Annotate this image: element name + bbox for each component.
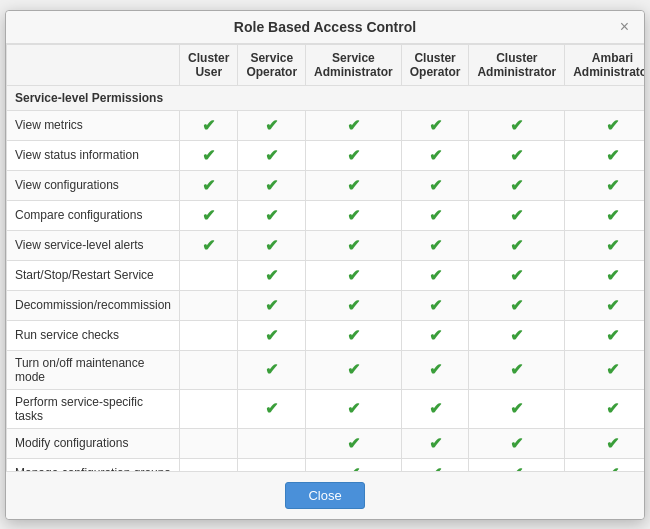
permission-cell-cluster_user: [180, 260, 238, 290]
permission-cell-cluster_operator: ✔: [401, 260, 469, 290]
checkmark-icon: ✔: [347, 435, 360, 452]
permission-label: Modify configurations: [7, 428, 180, 458]
permission-cell-cluster_user: ✔: [180, 170, 238, 200]
permission-cell-service_administrator: ✔: [306, 260, 402, 290]
permission-cell-service_operator: ✔: [238, 260, 306, 290]
modal-body: Cluster User Service Operator Service Ad…: [6, 44, 644, 471]
checkmark-icon: ✔: [606, 237, 619, 254]
permission-cell-service_operator: ✔: [238, 110, 306, 140]
permission-cell-service_administrator: ✔: [306, 290, 402, 320]
checkmark-icon: ✔: [510, 327, 523, 344]
section-header-row: Service-level Permissions: [7, 85, 645, 110]
checkmark-icon: ✔: [347, 361, 360, 378]
permission-cell-cluster_operator: ✔: [401, 458, 469, 471]
checkmark-icon: ✔: [510, 400, 523, 417]
permission-label: Compare configurations: [7, 200, 180, 230]
checkmark-icon: ✔: [265, 207, 278, 224]
table-row: Run service checks✔✔✔✔✔: [7, 320, 645, 350]
col-header-cluster-operator: Cluster Operator: [401, 44, 469, 85]
permission-label: Perform service-specific tasks: [7, 389, 180, 428]
permission-cell-ambari_administrator: ✔: [565, 140, 644, 170]
permission-label: Run service checks: [7, 320, 180, 350]
table-row: Compare configurations✔✔✔✔✔✔: [7, 200, 645, 230]
checkmark-icon: ✔: [265, 267, 278, 284]
permission-cell-ambari_administrator: ✔: [565, 458, 644, 471]
checkmark-icon: ✔: [347, 267, 360, 284]
checkmark-icon: ✔: [510, 117, 523, 134]
modal-header: Role Based Access Control ×: [6, 11, 644, 44]
permission-cell-cluster_administrator: ✔: [469, 458, 565, 471]
checkmark-icon: ✔: [347, 297, 360, 314]
permission-cell-cluster_operator: ✔: [401, 350, 469, 389]
checkmark-icon: ✔: [606, 435, 619, 452]
checkmark-icon: ✔: [429, 435, 442, 452]
checkmark-icon: ✔: [510, 465, 523, 471]
checkmark-icon: ✔: [606, 267, 619, 284]
checkmark-icon: ✔: [510, 297, 523, 314]
checkmark-icon: ✔: [606, 147, 619, 164]
permission-cell-service_administrator: ✔: [306, 170, 402, 200]
permission-cell-ambari_administrator: ✔: [565, 110, 644, 140]
col-header-cluster-user: Cluster User: [180, 44, 238, 85]
table-row: Decommission/recommission✔✔✔✔✔: [7, 290, 645, 320]
close-button[interactable]: Close: [285, 482, 364, 509]
permission-cell-cluster_administrator: ✔: [469, 140, 565, 170]
permission-cell-cluster_operator: ✔: [401, 230, 469, 260]
table-row: View configurations✔✔✔✔✔✔: [7, 170, 645, 200]
checkmark-icon: ✔: [265, 297, 278, 314]
checkmark-icon: ✔: [265, 177, 278, 194]
permission-cell-service_operator: ✔: [238, 200, 306, 230]
permission-cell-service_operator: [238, 458, 306, 471]
checkmark-icon: ✔: [606, 117, 619, 134]
checkmark-icon: ✔: [202, 237, 215, 254]
checkmark-icon: ✔: [606, 297, 619, 314]
permission-cell-cluster_user: ✔: [180, 200, 238, 230]
checkmark-icon: ✔: [606, 207, 619, 224]
permission-cell-cluster_user: ✔: [180, 140, 238, 170]
permission-cell-ambari_administrator: ✔: [565, 389, 644, 428]
checkmark-icon: ✔: [429, 147, 442, 164]
permission-cell-cluster_operator: ✔: [401, 110, 469, 140]
checkmark-icon: ✔: [429, 267, 442, 284]
table-row: Perform service-specific tasks✔✔✔✔✔: [7, 389, 645, 428]
permission-cell-service_administrator: ✔: [306, 110, 402, 140]
permission-cell-cluster_operator: ✔: [401, 290, 469, 320]
checkmark-icon: ✔: [510, 361, 523, 378]
checkmark-icon: ✔: [606, 361, 619, 378]
permission-cell-cluster_user: [180, 350, 238, 389]
permission-cell-service_administrator: ✔: [306, 230, 402, 260]
checkmark-icon: ✔: [265, 117, 278, 134]
permission-cell-cluster_administrator: ✔: [469, 110, 565, 140]
checkmark-icon: ✔: [510, 435, 523, 452]
permission-cell-ambari_administrator: ✔: [565, 290, 644, 320]
col-header-ambari-administrator: Ambari Administrator: [565, 44, 644, 85]
permission-cell-cluster_operator: ✔: [401, 140, 469, 170]
checkmark-icon: ✔: [510, 177, 523, 194]
modal-footer: Close: [6, 471, 644, 519]
permission-cell-cluster_administrator: ✔: [469, 290, 565, 320]
col-header-cluster-administrator: Cluster Administrator: [469, 44, 565, 85]
permission-cell-service_administrator: ✔: [306, 200, 402, 230]
permission-label: Manage configuration groups: [7, 458, 180, 471]
checkmark-icon: ✔: [429, 361, 442, 378]
col-header-service-administrator: Service Administrator: [306, 44, 402, 85]
permission-label: View service-level alerts: [7, 230, 180, 260]
permission-cell-ambari_administrator: ✔: [565, 230, 644, 260]
checkmark-icon: ✔: [429, 465, 442, 471]
table-row: View metrics✔✔✔✔✔✔: [7, 110, 645, 140]
checkmark-icon: ✔: [606, 327, 619, 344]
checkmark-icon: ✔: [429, 400, 442, 417]
checkmark-icon: ✔: [265, 361, 278, 378]
permission-cell-service_administrator: ✔: [306, 428, 402, 458]
permission-cell-cluster_user: [180, 290, 238, 320]
table-row: Turn on/off maintenance mode✔✔✔✔✔: [7, 350, 645, 389]
permission-cell-cluster_administrator: ✔: [469, 200, 565, 230]
permission-cell-cluster_operator: ✔: [401, 200, 469, 230]
modal-close-x-button[interactable]: ×: [615, 17, 634, 37]
checkmark-icon: ✔: [606, 465, 619, 471]
permission-cell-service_operator: ✔: [238, 350, 306, 389]
checkmark-icon: ✔: [429, 297, 442, 314]
checkmark-icon: ✔: [510, 207, 523, 224]
table-row: View status information✔✔✔✔✔✔: [7, 140, 645, 170]
permission-cell-cluster_administrator: ✔: [469, 230, 565, 260]
